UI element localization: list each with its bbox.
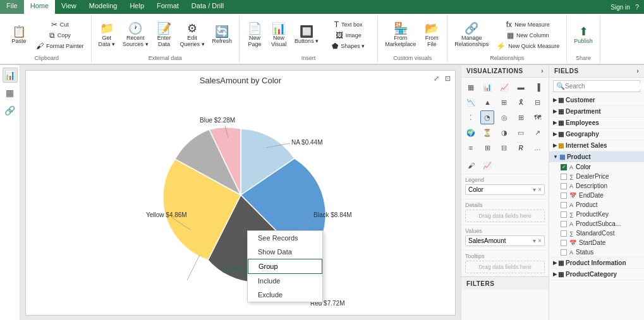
expand-icon[interactable]: ⤢	[431, 73, 441, 83]
text-box-button[interactable]: T Text box	[323, 20, 374, 30]
new-measure-button[interactable]: fx New Measure	[493, 20, 562, 30]
new-quick-measure-button[interactable]: ⚡ New Quick Measure	[493, 41, 562, 51]
customer-group-header[interactable]: ▶ ▦ Customer	[549, 95, 644, 105]
sign-in-link[interactable]: Sign in	[611, 4, 630, 11]
viz-line[interactable]: 📉	[464, 95, 478, 109]
context-see-records[interactable]: See Records	[248, 231, 322, 245]
geography-group-header[interactable]: ▶ ▦ Geography	[549, 129, 644, 139]
field-status[interactable]: A Status	[549, 247, 644, 257]
help-icon[interactable]: ?	[635, 3, 639, 11]
viz-treemap[interactable]: ⊞	[514, 110, 528, 124]
viz-analytics-icon[interactable]: 📈	[480, 158, 494, 172]
viz-area[interactable]: ▲	[480, 95, 494, 109]
viz-waterfall[interactable]: ⊟	[531, 95, 545, 109]
values-remove-btn[interactable]: ▾ ×	[533, 237, 542, 244]
viz-gauge[interactable]: ◑	[497, 126, 511, 139]
viz-card[interactable]: ▭	[514, 126, 528, 139]
viz-kpi[interactable]: ↗	[531, 126, 545, 139]
details-drop-area[interactable]: Drag data fields here	[465, 210, 545, 222]
new-visual-button[interactable]: 📊 NewVisual	[267, 21, 290, 49]
tab-modeling[interactable]: Modeling	[83, 0, 124, 14]
focus-icon[interactable]: ⊡	[442, 73, 453, 83]
viz-100-bar[interactable]: ▐	[531, 80, 545, 94]
viz-slicer[interactable]: ≡	[464, 141, 478, 155]
viz-map[interactable]: 🗺	[531, 110, 545, 124]
field-product-key[interactable]: ∑ ProductKey	[549, 210, 644, 219]
buttons-button[interactable]: 🔲 Buttons ▾	[291, 24, 322, 46]
internet-sales-group-header[interactable]: ▶ ▦ Internet Sales	[549, 140, 644, 151]
field-start-date[interactable]: 📅 StartDate	[549, 238, 644, 247]
tab-help[interactable]: Help	[123, 0, 150, 14]
context-exclude[interactable]: Exclude	[248, 288, 322, 302]
new-page-button[interactable]: 📄 NewPage	[243, 21, 266, 49]
pie-chart: NA $0.44M Blue $2.28M Black $8.84M Yello…	[89, 91, 392, 305]
department-group-header[interactable]: ▶ ▦ Department	[549, 106, 644, 117]
from-marketplace-button[interactable]: 🏪 FromMarketplace	[382, 21, 419, 49]
viz-panel-arrow[interactable]: ›	[541, 68, 544, 74]
legend-remove-btn[interactable]: ▾ ×	[533, 186, 542, 193]
viz-filled-map[interactable]: 🌍	[464, 126, 478, 139]
nav-relationships-icon[interactable]: 🔗	[3, 103, 18, 118]
employees-group-header[interactable]: ▶ ▦ Employees	[549, 117, 644, 128]
tab-format[interactable]: Format	[150, 0, 185, 14]
format-painter-button[interactable]: 🖌 Format Painter	[33, 41, 87, 51]
customer-table-icon: ▦	[558, 97, 564, 104]
field-description[interactable]: A Description	[549, 181, 644, 191]
viz-donut[interactable]: ◎	[497, 110, 511, 124]
cut-button[interactable]: ✂ Cut	[33, 20, 87, 30]
viz-r-script[interactable]: R	[514, 141, 528, 155]
viz-pie[interactable]: ◔	[480, 110, 494, 124]
viz-table[interactable]: ⊞	[480, 141, 494, 155]
context-show-data[interactable]: Show Data	[248, 245, 322, 259]
edit-queries-button[interactable]: ⚙ EditQueries ▾	[177, 21, 208, 49]
field-product[interactable]: A Product	[549, 200, 644, 210]
viz-stacked-bar[interactable]: ▦	[464, 80, 478, 94]
viz-line-column[interactable]: ⊞	[497, 95, 511, 109]
tab-home[interactable]: Home	[24, 0, 55, 14]
nav-data-icon[interactable]: ▦	[3, 85, 18, 100]
image-button[interactable]: 🖼 Image	[323, 30, 374, 40]
viz-more[interactable]: …	[531, 141, 545, 155]
tab-data-drill[interactable]: Data / Drill	[185, 0, 230, 14]
tab-view[interactable]: View	[55, 0, 83, 14]
manage-relationships-button[interactable]: 🔗 ManageRelationships	[451, 21, 492, 49]
copy-button[interactable]: ⧉ Copy	[33, 30, 87, 40]
fields-panel-arrow[interactable]: ›	[636, 68, 639, 74]
get-data-button[interactable]: 📁 GetData ▾	[95, 21, 119, 49]
field-product-subca[interactable]: A ProductSubca...	[549, 219, 644, 228]
viz-matrix[interactable]: ⊟	[497, 141, 511, 155]
field-dealer-price[interactable]: ∑ DealerPrice	[549, 172, 644, 181]
svg-line-10	[187, 255, 200, 280]
tab-file[interactable]: File	[0, 0, 24, 14]
refresh-button[interactable]: 🔄 Refresh	[209, 24, 236, 46]
tooltips-drop-area[interactable]: Drag data fields here	[465, 261, 545, 273]
field-color[interactable]: ✓ A Color	[549, 162, 644, 172]
viz-scatter[interactable]: ⁚	[464, 110, 478, 124]
viz-funnel[interactable]: ⏳	[480, 126, 494, 139]
field-standard-cost[interactable]: ∑ StandardCost	[549, 228, 644, 238]
product-information-group-header[interactable]: ▶ ▦ Product Information	[549, 258, 644, 268]
context-group[interactable]: Group	[248, 259, 322, 274]
product-category-group-header[interactable]: ▶ ▦ ProductCategory	[549, 269, 644, 280]
from-file-button[interactable]: 📂 FromFile	[420, 21, 443, 49]
field-end-date[interactable]: 📅 EndDate	[549, 191, 644, 200]
paste-button[interactable]: 📋 Paste	[6, 24, 32, 46]
viz-ribbon[interactable]: 🎗	[514, 95, 528, 109]
left-nav: 📊 ▦ 🔗	[0, 65, 20, 320]
fields-search-input[interactable]	[565, 83, 644, 90]
enter-data-button[interactable]: 📝 EnterData	[153, 21, 176, 49]
recent-sources-button[interactable]: 🕐 RecentSources ▾	[119, 21, 152, 49]
product-group-header[interactable]: ▼ ▦ Product	[549, 151, 644, 162]
status-field-name: Status	[576, 249, 593, 256]
new-column-button[interactable]: ▦ New Column	[493, 30, 562, 40]
shapes-button[interactable]: ⬟ Shapes ▾	[323, 41, 374, 51]
publish-button[interactable]: ⬆ Publish	[571, 24, 596, 46]
context-include[interactable]: Include	[248, 274, 322, 288]
viz-clustered-bar[interactable]: 📊	[480, 80, 494, 94]
viz-stacked-column[interactable]: ▬	[514, 80, 528, 94]
viz-clustered-column[interactable]: 📈	[497, 80, 511, 94]
nav-report-icon[interactable]: 📊	[3, 68, 18, 83]
legend-section: Legend Color ▾ ×	[461, 174, 549, 199]
viz-format-icon[interactable]: 🖌	[464, 158, 478, 172]
fields-search-box: 🔍	[553, 80, 640, 92]
